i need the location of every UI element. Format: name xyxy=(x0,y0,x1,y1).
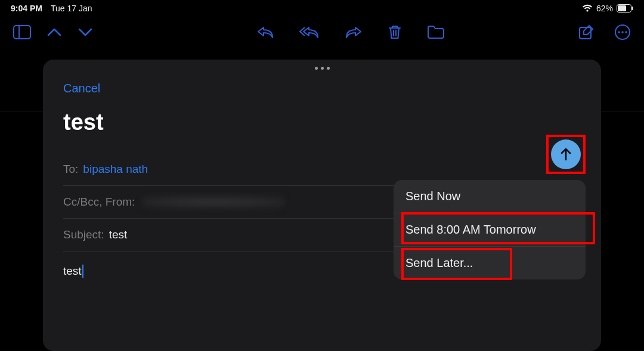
subject-value: test xyxy=(109,228,128,241)
folder-icon[interactable] xyxy=(427,25,445,39)
send-later-option[interactable]: Send Later... xyxy=(394,246,586,279)
status-time: 9:04 PM xyxy=(11,4,42,13)
svg-point-8 xyxy=(621,31,624,33)
app-toolbar xyxy=(0,17,644,48)
svg-point-9 xyxy=(625,31,627,33)
status-bar: 9:04 PM Tue 17 Jan 62% xyxy=(0,0,644,17)
send-now-option[interactable]: Send Now xyxy=(394,180,586,213)
status-date: Tue 17 Jan xyxy=(51,4,92,13)
svg-rect-3 xyxy=(14,26,30,39)
send-button-highlight xyxy=(546,135,586,174)
body-text: test xyxy=(63,265,82,278)
reply-all-icon[interactable] xyxy=(299,25,320,39)
svg-rect-1 xyxy=(618,5,626,11)
send-options-menu: Send Now Send 8:00 AM Tomorrow Send Late… xyxy=(394,180,586,279)
text-cursor xyxy=(82,265,83,278)
wifi-icon xyxy=(582,4,593,13)
battery-icon xyxy=(617,4,633,13)
svg-rect-2 xyxy=(632,7,633,10)
sidebar-toggle-icon[interactable] xyxy=(13,25,31,39)
send-button[interactable] xyxy=(551,139,581,169)
subject-label: Subject: xyxy=(63,228,104,241)
send-tomorrow-option[interactable]: Send 8:00 AM Tomorrow xyxy=(394,213,586,246)
more-icon[interactable] xyxy=(614,24,631,41)
battery-percentage: 62% xyxy=(596,4,613,13)
sheet-grabber-icon[interactable] xyxy=(63,60,581,80)
arrow-up-icon xyxy=(558,147,574,162)
trash-icon[interactable] xyxy=(388,24,402,40)
compose-title: test xyxy=(63,110,581,135)
reply-icon[interactable] xyxy=(256,25,274,39)
compose-icon[interactable] xyxy=(578,24,594,40)
from-value-redacted xyxy=(142,195,285,209)
ccbcc-from-label: Cc/Bcc, From: xyxy=(63,195,135,209)
to-label: To: xyxy=(63,163,78,176)
to-value: bipasha nath xyxy=(83,163,148,176)
svg-point-7 xyxy=(618,31,620,33)
chevron-up-icon[interactable] xyxy=(47,27,62,38)
forward-icon[interactable] xyxy=(345,25,363,39)
cancel-button[interactable]: Cancel xyxy=(63,80,100,97)
chevron-down-icon[interactable] xyxy=(78,27,93,38)
